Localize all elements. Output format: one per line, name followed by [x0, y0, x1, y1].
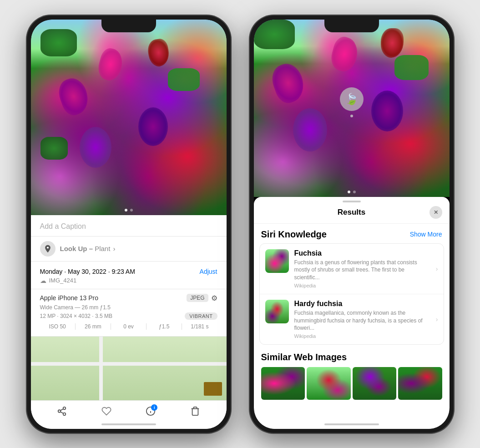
camera-row1: Apple iPhone 13 Pro JPEG ⚙ [40, 294, 217, 302]
hardy-name: Hardy fuchsia [294, 300, 430, 308]
hardy-chevron: › [436, 316, 438, 323]
siri-icon: 🍃 [345, 93, 359, 106]
info-panel: Add a Caption Look Up – Plant › [31, 215, 227, 429]
flower-overlay [31, 20, 227, 215]
fuchsia-desc: Fuchsia is a genus of flowering plants t… [294, 259, 430, 282]
right-page-dots [348, 191, 356, 193]
info-badge-circle: i [151, 404, 157, 411]
notch [101, 20, 156, 32]
home-indicator [31, 420, 227, 429]
camera-section: Apple iPhone 13 Pro JPEG ⚙ Wide Camera —… [31, 289, 227, 337]
map-road-v [99, 337, 103, 400]
similar-image-4[interactable] [398, 367, 442, 400]
home-bar [101, 423, 156, 425]
left-phone: Add a Caption Look Up – Plant › [26, 15, 231, 433]
fuchsia-name: Fuchsia [294, 249, 430, 257]
similar-image-1[interactable] [261, 367, 305, 400]
exif-focal: 26 mm [76, 323, 111, 330]
siri-dot [350, 115, 353, 117]
hardy-info: Hardy fuchsia Fuchsia magellanica, commo… [294, 300, 430, 339]
hardy-thumb-image [265, 300, 289, 323]
phones-container: Add a Caption Look Up – Plant › [17, 6, 463, 443]
similar-section: Similar Web Images [254, 347, 450, 403]
camera-name: Apple iPhone 13 Pro [40, 294, 98, 302]
filename: IMG_4241 [49, 277, 77, 284]
right-flower-photo: 🍃 [254, 20, 450, 197]
favorite-button[interactable] [101, 406, 111, 416]
similar-image-3[interactable] [353, 367, 397, 400]
lookup-row[interactable]: Look Up – Plant › [31, 237, 227, 262]
file-info: 12 MP · 3024 × 4032 · 3.5 MB [40, 313, 113, 319]
right-phone-inner: 🍃 Results [254, 20, 450, 429]
lookup-arrow: › [111, 245, 115, 252]
similar-image-2[interactable] [307, 367, 351, 400]
left-screen: Add a Caption Look Up – Plant › [31, 20, 227, 429]
caption-area[interactable]: Add a Caption [31, 215, 227, 237]
metadata-section: Monday · May 30, 2022 · 9:23 AM Adjust ☁… [31, 262, 227, 289]
adjust-button[interactable]: Adjust [200, 268, 217, 275]
hardy-desc: Fuchsia magellanica, commonly known as t… [294, 309, 430, 332]
vibrant-badge: VIBRANT [185, 312, 217, 320]
fuchsia-item[interactable]: Fuchsia Fuchsia is a genus of flowering … [260, 244, 444, 294]
hardy-thumbnail [265, 300, 289, 323]
exif-aperture: ƒ1.5 [147, 323, 182, 330]
caption-placeholder[interactable]: Add a Caption [40, 222, 86, 230]
toolbar: i [31, 400, 227, 420]
svg-point-0 [46, 247, 48, 248]
right-dot-active [348, 191, 350, 193]
right-screen: 🍃 Results [254, 20, 450, 429]
settings-icon[interactable]: ⚙ [211, 294, 217, 302]
right-home-indicator [254, 420, 450, 429]
results-header: Results ✕ [254, 204, 450, 224]
results-content: Siri Knowledge Show More Fuchsia [254, 224, 450, 420]
cloud-icon: ☁ [40, 277, 46, 284]
dot-inactive [130, 209, 133, 211]
siri-button[interactable]: 🍃 [340, 87, 364, 111]
exif-shutter: 1/181 s [182, 323, 217, 330]
right-notch [324, 20, 379, 32]
similar-title: Similar Web Images [261, 352, 442, 362]
lookup-icon [40, 241, 56, 257]
map-background [31, 337, 227, 400]
left-phone-inner: Add a Caption Look Up – Plant › [31, 20, 227, 429]
camera-badges: JPEG ⚙ [187, 294, 217, 302]
lens-info: Wide Camera — 26 mm ƒ1.5 [40, 304, 217, 311]
right-home-bar [324, 423, 379, 425]
knowledge-card: Fuchsia Fuchsia is a genus of flowering … [259, 243, 444, 345]
info-badge: i [146, 406, 156, 416]
siri-knowledge-title: Siri Knowledge [261, 229, 327, 240]
drag-handle[interactable] [343, 201, 361, 202]
date-text: Monday · May 30, 2022 · 9:23 AM [40, 268, 135, 275]
map-preview[interactable] [31, 337, 227, 400]
exif-row: ISO 50 26 mm 0 ev ƒ1.5 1/181 s [40, 320, 217, 332]
fuchsia-chevron: › [436, 265, 438, 272]
format-badge: JPEG [187, 294, 208, 302]
info-button[interactable]: i [146, 406, 156, 416]
similar-images-row [261, 367, 442, 400]
dot-active [125, 209, 127, 211]
filename-row: ☁ IMG_4241 [40, 277, 217, 284]
exif-ev: 0 ev [111, 323, 147, 330]
delete-button[interactable] [190, 406, 200, 416]
fuchsia-info: Fuchsia Fuchsia is a genus of flowering … [294, 249, 430, 288]
close-button[interactable]: ✕ [429, 206, 442, 219]
siri-knowledge-header: Siri Knowledge Show More [254, 224, 450, 243]
show-more-button[interactable]: Show More [410, 231, 442, 238]
page-dots [125, 209, 133, 211]
hardy-source: Wikipedia [294, 333, 430, 339]
fuchsia-thumb-image [265, 249, 289, 273]
right-dot-inactive [353, 191, 356, 193]
camera-row3: 12 MP · 3024 × 4032 · 3.5 MB VIBRANT [40, 312, 217, 320]
results-panel: Results ✕ Siri Knowledge Show More [254, 197, 450, 429]
fuchsia-source: Wikipedia [294, 283, 430, 288]
map-building [204, 382, 222, 396]
hardy-fuchsia-item[interactable]: Hardy fuchsia Fuchsia magellanica, commo… [260, 294, 444, 344]
fuchsia-thumbnail [265, 249, 289, 273]
share-button[interactable] [57, 406, 67, 416]
date-row: Monday · May 30, 2022 · 9:23 AM Adjust [40, 268, 217, 275]
close-icon: ✕ [434, 209, 438, 216]
exif-iso: ISO 50 [40, 323, 76, 330]
map-road-h [31, 362, 227, 366]
right-phone: 🍃 Results [249, 15, 454, 433]
results-title: Results [338, 208, 365, 217]
